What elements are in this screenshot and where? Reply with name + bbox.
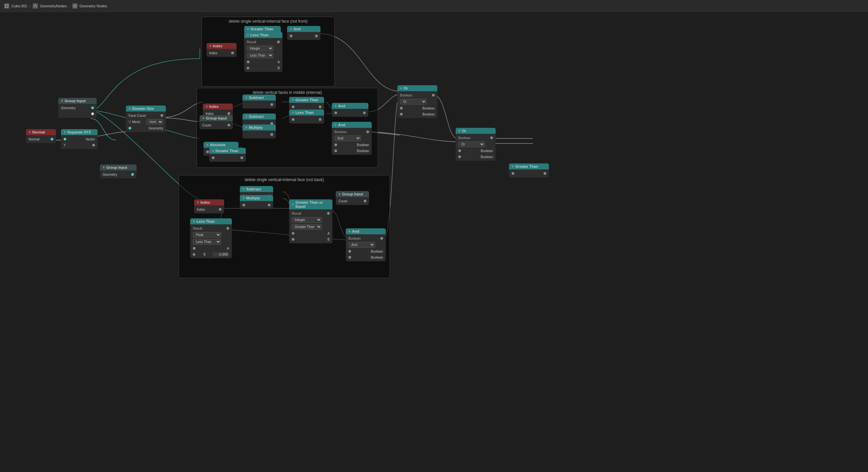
domain-size-header: ∨ Domain Size [126, 105, 166, 111]
separate-xyz-node[interactable]: ∨ Separate XYZ Vector Y [61, 129, 98, 149]
greater-than-right-node[interactable]: ∨ Greater Than [509, 163, 549, 177]
index-mid-header: ∨ Index [203, 103, 233, 109]
separate-xyz-body: Vector Y [61, 135, 98, 149]
gt-top-header: ∨ Greater Than [244, 26, 281, 32]
ds-mesh-select[interactable]: Mesh [147, 119, 163, 125]
frame-bot-title: delete single vertical=internal face (no… [179, 175, 390, 184]
less-than-bot-node[interactable]: ∨ Less Than Result Float Less Than [190, 218, 232, 258]
mul-bot-header: ∨ Multiply [240, 195, 273, 201]
breadcrumb-geonodes: GeometryNodes [40, 4, 67, 8]
gt-mid-header: ∨ Greater Than [289, 97, 324, 103]
ds-geometry-row: Geometry [126, 125, 166, 131]
greater-equal-bot-node[interactable]: ∨ Greater Than or Equal Result Integer G… [289, 199, 333, 243]
sub-top2-header: ∨ Subtract [243, 113, 276, 120]
greater-than-mid-node[interactable]: ∨ Greater Than [289, 97, 324, 111]
or-right1-header: ∨ Or [397, 85, 437, 91]
sep-xyz-vector-port [64, 138, 66, 140]
and-right2-op-select[interactable]: And [334, 135, 361, 141]
gi-geometry-port [91, 106, 94, 109]
subtract-top1-node[interactable]: ∨ Subtract [243, 95, 276, 108]
normal-output-row: Normal [26, 136, 56, 142]
and-bot-node[interactable]: ∨ And Boolean And Boolean [346, 228, 386, 261]
gi-mid-count: Count [199, 122, 233, 128]
ds-mesh-row: ▽ Mesh Mesh [126, 119, 166, 125]
gi-mid-header: ∨ Group Input [199, 115, 233, 121]
group-input-mid-node[interactable]: ∨ Group Input Count [199, 115, 233, 129]
frame-mid-title: delete vertical faces in middle (interna… [197, 88, 378, 97]
frame-top-title: delete single vertical=internal face (no… [202, 17, 334, 26]
lt-bot-header: ∨ Less Than [190, 218, 232, 224]
gt-bot-mid-header: ∨ Greater Than [209, 148, 246, 154]
normal-node[interactable]: ∨ Normal Normal [26, 129, 56, 143]
node-canvas: delete single vertical=internal face (no… [0, 12, 868, 472]
multiply-bot-node[interactable]: ∨ Multiply [240, 195, 273, 209]
index-mid-out-port [227, 112, 230, 115]
group-input-main-body: Geometry [58, 104, 97, 118]
modifier-icon [33, 3, 38, 9]
nodes-layer: delete single vertical=internal face (no… [0, 12, 868, 472]
index-top-node[interactable]: ∨ Index Index [207, 43, 237, 57]
and-top-header: ∨ And [287, 26, 320, 32]
gi-extra-port [91, 112, 94, 115]
index-top-out-port [231, 52, 234, 54]
gt-right-header: ∨ Greater Than [509, 163, 549, 169]
and-bot-op-select[interactable]: And [348, 242, 375, 248]
lt-bot-b-value[interactable] [213, 252, 229, 257]
ge-bot-header: ∨ Greater Than or Equal [289, 199, 333, 209]
index-top-header: ∨ Index [207, 43, 237, 49]
cube-icon [4, 3, 9, 9]
svg-point-1 [73, 5, 76, 7]
or-far-right-node[interactable]: ∨ Or Boolean Or Boolean [456, 128, 496, 161]
separate-xyz-y: Y [61, 142, 98, 148]
ds-facecount-row: Face Count [126, 112, 166, 119]
normal-node-header: ∨ Normal [26, 129, 56, 135]
lt-top-op-select[interactable]: Less Than [247, 53, 274, 58]
or-right1-op-select[interactable]: Or [400, 99, 427, 104]
lt-bot-op-select[interactable]: Less Than [193, 239, 221, 245]
less-than-top-node[interactable]: ∨ Less Than Result Integer Less Than [244, 32, 282, 72]
ge-bot-op-select[interactable]: Greater Than or E... [292, 224, 322, 230]
gi-geometry-row: Geometry [58, 105, 97, 111]
or-far-right-header: ∨ Or [456, 128, 496, 134]
sep-xyz-y-port [92, 144, 95, 146]
gi-bot-header: ∨ Group Input [336, 191, 369, 197]
and-mid-node[interactable]: ∨ And [332, 103, 368, 117]
svg-rect-0 [5, 5, 8, 7]
breadcrumb-cube: Cube.001 [11, 4, 27, 8]
normal-node-body: Normal [26, 135, 56, 143]
multiply-mid-node[interactable]: ∨ Multiply [243, 125, 276, 138]
lt-top-type-select[interactable]: Integer [247, 45, 274, 51]
lt-bot-type-select[interactable]: Float [193, 232, 221, 238]
gi-bot-node[interactable]: ∨ Group Input Count [336, 191, 369, 205]
domain-size-body: Face Count ▽ Mesh Mesh Geometry [126, 111, 166, 132]
gi-dot-row [58, 111, 97, 117]
lt-top-header: ∨ Less Than [244, 32, 282, 38]
gi-right-header: ∨ Group Input [100, 164, 136, 170]
separate-xyz-header: ∨ Separate XYZ [61, 129, 98, 135]
mul-mid-header: ∨ Multiply [243, 125, 276, 131]
and-top-out [315, 35, 318, 37]
less-than-mid-node[interactable]: ∨ Less Than [289, 109, 324, 124]
and-right2-header: ∨ And [332, 122, 372, 128]
sub-bot1-header: ∨ Subtract [240, 186, 273, 192]
and-top-node[interactable]: ∨ And [287, 26, 320, 40]
and-right2-node[interactable]: ∨ And Boolean And Boolean [332, 122, 372, 155]
normal-output-port [51, 138, 53, 140]
ds-facecount-port [160, 114, 163, 117]
group-input-main-header: ∨ Group Input [58, 98, 97, 104]
sub-top1-header: ∨ Subtract [243, 95, 276, 101]
index-bot-header: ∨ Index [194, 199, 224, 205]
or-far-right-op-select[interactable]: Or [458, 141, 485, 147]
breadcrumb-geometry-nodes: Geometry Nodes [80, 4, 107, 8]
domain-size-node[interactable]: ∨ Domain Size Face Count ▽ Mesh Mesh Geo… [126, 105, 166, 132]
gi-mid-count-port [227, 124, 230, 127]
and-mid-header: ∨ And [332, 103, 368, 109]
group-input-main-node[interactable]: ∨ Group Input Geometry [58, 98, 97, 118]
ge-bot-type-select[interactable]: Integer [292, 217, 322, 223]
greater-than-bot-mid-node[interactable]: ∨ Greater Than [209, 148, 246, 162]
gi-right-node[interactable]: ∨ Group Input Geometry [100, 164, 136, 178]
index-bot-node[interactable]: ∨ Index Index [194, 199, 224, 213]
topbar: Cube.001 › GeometryNodes › Geometry Node… [0, 0, 868, 12]
or-right1-node[interactable]: ∨ Or Boolean Or Boolean [397, 85, 437, 118]
and-bot-header: ∨ And [346, 228, 386, 234]
